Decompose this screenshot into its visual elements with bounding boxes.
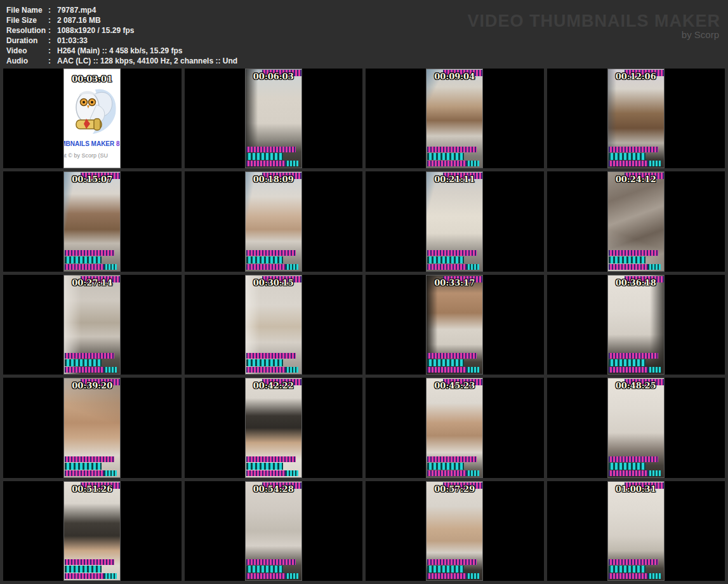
watermark-segment-magenta <box>609 573 648 579</box>
watermark-segment-cyan <box>648 264 661 270</box>
vtm-logo-thumbnail: 00:03:01 MBNAILS MA <box>63 69 121 168</box>
watermark-segment-magenta <box>609 470 648 476</box>
watermark-line-3 <box>65 264 117 270</box>
watermark-segment-cyan <box>104 367 117 373</box>
info-header: File Name : 79787.mp4 File Size : 2 087.… <box>0 0 728 68</box>
thumbnail-image: 00:06:03 <box>245 69 302 168</box>
thumbnail-image: 00:27:14 <box>63 275 121 375</box>
watermark-segment-magenta <box>609 161 648 166</box>
watermark-stack <box>609 456 661 476</box>
timestamp-label: 00:36:18 <box>608 278 664 288</box>
thumbnail-cell: 00:18:09 <box>185 171 363 271</box>
watermark-line-3 <box>246 573 298 579</box>
watermark-segment-magenta <box>246 367 286 373</box>
watermark-segment-magenta <box>427 264 467 270</box>
watermark-stack <box>65 559 117 579</box>
watermark-line-1 <box>427 353 477 359</box>
thumbnail-cell: 00:09:04 <box>366 69 544 168</box>
watermark-line-3 <box>609 470 661 476</box>
metadata-value: AAC (LC) :: 128 kbps, 44100 Hz, 2 channe… <box>57 56 237 66</box>
metadata-value: 1088x1920 / 15.29 fps <box>57 25 134 36</box>
watermark-line-3 <box>609 264 661 270</box>
watermark-line-3 <box>427 264 479 270</box>
watermark-stack <box>246 147 298 166</box>
watermark-line-2 <box>609 463 645 470</box>
watermark-line-1 <box>246 147 296 152</box>
watermark-line-3 <box>246 161 298 166</box>
watermark-line-3 <box>427 367 479 373</box>
thumbnail-image: 00:57:29 <box>426 481 483 581</box>
watermark-line-3 <box>427 573 479 579</box>
metadata-label: Audio <box>6 56 48 66</box>
thumbnail-cell: 01:00:31 <box>547 481 725 581</box>
timestamp-label: 00:57:29 <box>427 484 482 494</box>
watermark-segment-magenta <box>246 573 286 579</box>
thumbnail-image: 01:00:31 <box>607 481 665 581</box>
timestamp-label: 00:06:03 <box>246 72 301 81</box>
watermark-line-3 <box>427 470 479 476</box>
watermark-line-2 <box>246 463 283 470</box>
watermark-line-1 <box>65 250 114 256</box>
watermark-line-1 <box>609 147 658 152</box>
watermark-segment-magenta <box>65 367 104 373</box>
watermark-segment-cyan <box>286 367 298 373</box>
timestamp-label: 00:18:09 <box>246 175 301 184</box>
metadata-value: 2 087.16 MB <box>57 15 101 25</box>
thumbnail-cell: 00:15:07 <box>3 171 182 271</box>
watermark-segment-magenta <box>65 573 104 579</box>
watermark-line-1 <box>246 559 296 565</box>
watermark-line-3 <box>65 470 117 476</box>
thumbnail-image: 00:33:17 <box>426 275 483 375</box>
thumbnail-cell: 00:30:15 <box>185 275 363 375</box>
thumbnail-cell: 00:21:11 <box>366 171 544 271</box>
watermark-stack <box>246 456 298 476</box>
timestamp-label: 00:03:01 <box>64 74 120 84</box>
metadata-colon: : <box>48 25 55 36</box>
watermark-line-3 <box>65 573 117 579</box>
vtm-brand-main: MBNAILS MAKER <box>63 140 116 147</box>
metadata-colon: : <box>48 46 55 56</box>
timestamp-label: 00:54:28 <box>246 484 301 494</box>
watermark-segment-magenta <box>246 470 286 476</box>
watermark-line-2 <box>609 256 645 263</box>
watermark-segment-magenta <box>65 264 104 270</box>
thumbnail-image: 00:18:09 <box>245 171 302 271</box>
vtm-copyright-text: nt © by Scorp (SU <box>63 152 121 159</box>
app-logo-title: VIDEO THUMBNAILS MAKER <box>468 11 721 31</box>
watermark-line-2 <box>609 359 645 366</box>
watermark-line-2 <box>65 359 102 366</box>
metadata-colon: : <box>48 5 55 15</box>
watermark-segment-cyan <box>648 161 661 166</box>
watermark-line-3 <box>609 573 661 579</box>
thumbnail-cell: 00:27:14 <box>3 275 182 375</box>
thumbnail-image: 00:12:06 <box>607 69 665 168</box>
thumbnail-image: 00:15:07 <box>63 171 121 271</box>
thumbnail-image: 00:39:20 <box>63 378 121 477</box>
thumbnail-image: 00:45:23 <box>426 378 483 477</box>
watermark-line-2 <box>427 256 464 263</box>
watermark-line-1 <box>609 353 658 359</box>
watermark-line-3 <box>609 367 661 373</box>
watermark-stack <box>609 250 661 270</box>
thumbnail-grid: 00:03:01 MBNAILS MA <box>0 68 728 584</box>
watermark-segment-cyan <box>104 470 117 476</box>
metadata-value: 01:03:33 <box>57 36 88 46</box>
watermark-segment-magenta <box>427 470 467 476</box>
watermark-segment-magenta <box>246 161 286 166</box>
metadata-value: 79787.mp4 <box>57 5 96 15</box>
metadata-value: H264 (Main) :: 4 458 kb/s, 15.29 fps <box>57 46 182 56</box>
metadata-colon: : <box>48 15 55 25</box>
watermark-stack <box>609 147 661 166</box>
metadata-colon: : <box>48 56 55 66</box>
watermark-line-2 <box>246 153 283 160</box>
watermark-line-3 <box>427 161 479 166</box>
metadata-row: Duration : 01:03:33 <box>6 36 237 46</box>
thumbnail-cell: 00:33:17 <box>366 275 544 375</box>
thumbnail-cell: 00:06:03 <box>185 69 363 168</box>
thumbnail-image: 00:30:15 <box>245 275 302 375</box>
watermark-stack <box>427 250 479 270</box>
timestamp-label: 00:09:04 <box>427 72 482 81</box>
thumbnail-cell: 00:57:29 <box>366 481 544 581</box>
watermark-segment-cyan <box>467 161 479 166</box>
watermark-line-1 <box>246 353 296 359</box>
